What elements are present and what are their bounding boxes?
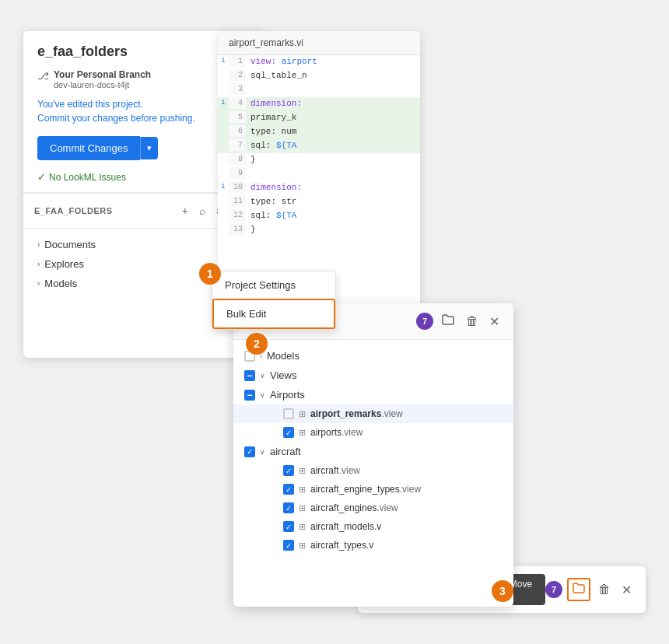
views-checkbox[interactable]: − [244,370,255,381]
step-3-badge: 3 [492,580,513,602]
code-line-7: 7 sql: ${TA [218,139,420,153]
file-type-icon: ⊞ [299,409,306,419]
code-content: i 1 view: airport 2 sql_table_n 3 i 4 di… [218,55,420,237]
file-type-icon: ⊞ [299,485,306,495]
search-button[interactable]: ⌕ [196,203,208,219]
commit-dropdown-button[interactable]: ▾ [140,137,158,159]
code-line-6: 6 type: num [218,125,420,139]
code-tab[interactable]: airport_remarks.vi [218,31,420,55]
code-line-8: 8 } [218,153,420,167]
file-type-icon: ⊞ [299,466,306,476]
aircraft-models-checkbox[interactable]: ✓ [283,521,294,532]
file-airports[interactable]: ✓ ⊞ airports.view [233,423,513,442]
file-aircraft-engines[interactable]: ✓ ⊞ aircraft_engines.view [233,499,513,517]
file-airport-remarks[interactable]: ⊞ airport_remarks.view [233,404,513,423]
chevron-down-icon: ∨ [260,448,265,456]
file-aircraft-engine-types[interactable]: ✓ ⊞ aircraft_engine_types.view [233,480,513,499]
code-line-2: 2 sql_table_n [218,69,420,83]
aircraft-folder-checkbox[interactable]: ✓ [244,446,255,457]
step-1-badge: 1 [199,263,221,285]
chevron-down-icon: ∨ [260,391,265,399]
code-line-12: 12 sql: ${TA [218,209,420,223]
bottom-count-badge: 7 [545,581,562,598]
code-line-13: 13 } [218,223,420,237]
aircraft-engine-types-checkbox[interactable]: ✓ [283,484,294,495]
bottom-close-button[interactable]: ✕ [618,581,635,599]
file-type-icon: ⊞ [299,503,306,513]
add-file-button[interactable]: + [179,203,191,219]
bottom-move-folder-button[interactable] [567,578,590,601]
bottom-actions: 7 🗑 ✕ [545,578,635,601]
aircraft-types-checkbox[interactable]: ✓ [283,540,294,551]
code-line-4: i 4 dimension: [218,97,420,111]
airport-remarks-checkbox[interactable] [283,408,294,419]
code-line-11: 11 type: str [218,195,420,209]
folder-airports[interactable]: − ∨ Airports [233,385,513,404]
delete-button[interactable]: 🗑 [463,313,482,330]
folder-models[interactable]: › Models [233,346,513,366]
aircraft-checkbox[interactable]: ✓ [283,465,294,476]
branch-icon: ⎇ [37,70,49,82]
commit-changes-button[interactable]: Commit Changes [37,136,140,160]
select-files-actions: 7 🗑 ✕ [416,311,503,331]
code-line-5: 5 primary_k [218,111,420,125]
file-type-icon: ⊞ [299,541,306,551]
folder-aircraft[interactable]: ✓ ∨ aircraft [233,442,513,461]
airports-checkbox[interactable]: ✓ [283,427,294,438]
file-aircraft[interactable]: ✓ ⊞ aircraft.view [233,461,513,480]
code-line-3: 3 [218,83,420,97]
check-icon: ✓ [37,171,46,183]
folder-icon [441,313,455,327]
bottom-delete-button[interactable]: 🗑 [595,581,614,598]
bulk-edit-item[interactable]: Bulk Edit [212,299,335,329]
airports-folder-checkbox[interactable]: − [244,390,255,401]
folder-move-icon [572,581,586,595]
select-files-content: › Models − ∨ Views − ∨ Airports ⊞ airpor… [233,340,513,561]
file-aircraft-types[interactable]: ✓ ⊞ aircraft_types.v [233,536,513,555]
chevron-right-icon: › [37,260,40,268]
project-settings-item[interactable]: Project Settings [212,271,335,299]
selected-count-badge: 7 [416,313,433,330]
aircraft-engines-checkbox[interactable]: ✓ [283,502,294,513]
code-line-1: i 1 view: airport [218,55,420,69]
dropdown-menu: Project Settings Bulk Edit [212,271,336,330]
code-line-10: i 10 dimension: [218,181,420,195]
move-to-folder-button[interactable] [438,311,458,331]
step-2-badge: 2 [246,333,268,355]
select-files-panel: SELECT FILES... 7 🗑 ✕ › Models − ∨ Views [233,303,513,607]
file-type-icon: ⊞ [299,522,306,532]
file-aircraft-models[interactable]: ✓ ⊞ aircraft_models.v [233,517,513,536]
folder-views[interactable]: − ∨ Views [233,366,513,385]
chevron-right-icon: › [37,279,40,288]
close-button[interactable]: ✕ [486,313,503,331]
chevron-right-icon: › [37,240,40,249]
chevron-down-icon: ∨ [260,372,265,380]
file-type-icon: ⊞ [299,428,306,438]
code-line-9: 9 [218,167,420,181]
file-tree-title: E_FAA_FOLDERS [34,206,113,215]
